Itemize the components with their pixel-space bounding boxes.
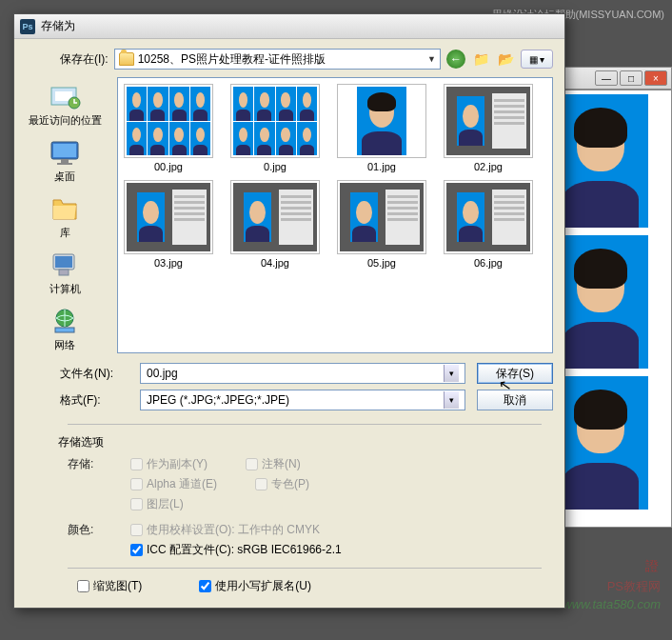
id-photo-preview bbox=[553, 94, 648, 228]
cancel-button[interactable]: 取消 bbox=[477, 390, 553, 410]
checkbox-spot: 专色(P) bbox=[255, 476, 309, 492]
up-one-level-button[interactable]: 📁 bbox=[471, 50, 490, 69]
background-window-controls: — □ × bbox=[548, 67, 672, 90]
thumbnail-label: 03.jpg bbox=[154, 257, 183, 269]
checkbox-alpha: Alpha 通道(E) bbox=[130, 476, 217, 492]
sidebar-item-network[interactable]: 网络 bbox=[48, 306, 82, 352]
thumbnail-image bbox=[337, 180, 426, 254]
photoshop-icon: Ps bbox=[20, 19, 35, 34]
file-browser[interactable]: 00.jpg0.jpg01.jpg02.jpg03.jpg04.jpg05.jp… bbox=[117, 77, 553, 353]
id-photo-preview bbox=[553, 235, 648, 369]
maximize-button[interactable]: □ bbox=[620, 70, 642, 86]
background-document-window: — □ × bbox=[548, 67, 672, 543]
format-label: 格式(F): bbox=[60, 392, 128, 409]
thumbnail-image bbox=[444, 180, 533, 254]
format-select[interactable]: JPEG (*.JPG;*.JPEG;*.JPE) ▾ bbox=[140, 390, 465, 410]
file-thumbnail[interactable]: 00.jpg bbox=[124, 84, 213, 172]
thumbnail-label: 02.jpg bbox=[474, 161, 503, 172]
sidebar-item-recent[interactable]: 最近访问的位置 bbox=[29, 81, 102, 128]
file-thumbnail[interactable]: 06.jpg bbox=[444, 180, 533, 269]
dialog-title: 存储为 bbox=[41, 18, 75, 34]
save-subheading: 存储: bbox=[68, 456, 121, 512]
places-sidebar: 最近访问的位置 桌面 库 计算机 网络 bbox=[22, 77, 108, 353]
thumbnail-image bbox=[230, 180, 320, 254]
svg-rect-5 bbox=[61, 159, 69, 163]
close-button[interactable]: × bbox=[644, 70, 667, 86]
thumbnail-label: 05.jpg bbox=[367, 257, 396, 269]
thumbnail-image bbox=[337, 84, 426, 158]
filename-input[interactable]: 00.jpg ▾ bbox=[140, 363, 465, 384]
filename-label: 文件名(N): bbox=[60, 366, 128, 382]
svg-rect-11 bbox=[55, 328, 74, 332]
view-menu-button[interactable]: ▦ ▾ bbox=[521, 50, 553, 69]
file-thumbnail[interactable]: 04.jpg bbox=[230, 180, 320, 269]
thumbnail-image bbox=[230, 84, 320, 158]
folder-location-combo[interactable]: 10258、PS照片处理教程-证件照排版 ▼ bbox=[114, 49, 441, 70]
thumbnail-label: 04.jpg bbox=[261, 257, 289, 269]
color-subheading: 颜色: bbox=[68, 522, 121, 558]
checkbox-lowercase-ext[interactable]: 使用小写扩展名(U) bbox=[199, 578, 311, 594]
checkbox-as-copy: 作为副本(Y) bbox=[130, 456, 208, 472]
thumbnail-image bbox=[124, 180, 213, 254]
sidebar-item-computer[interactable]: 计算机 bbox=[48, 250, 82, 296]
svg-rect-6 bbox=[57, 163, 72, 165]
watermark-bottom: 證 PS教程网 www.tata580.com bbox=[563, 519, 661, 611]
thumbnail-label: 06.jpg bbox=[474, 257, 503, 269]
checkbox-annotations: 注释(N) bbox=[246, 456, 301, 472]
svg-rect-8 bbox=[55, 256, 72, 268]
svg-rect-4 bbox=[53, 144, 76, 157]
save-options-heading: 存储选项 bbox=[58, 434, 542, 450]
new-folder-button[interactable]: 📂 bbox=[496, 50, 515, 69]
thumbnail-label: 0.jpg bbox=[264, 161, 287, 172]
chevron-down-icon[interactable]: ▾ bbox=[444, 391, 459, 409]
thumbnail-image bbox=[124, 84, 213, 158]
chevron-down-icon[interactable]: ▾ bbox=[444, 365, 459, 382]
thumbnail-label: 01.jpg bbox=[367, 161, 396, 172]
back-button[interactable]: ← bbox=[446, 50, 465, 69]
file-thumbnail[interactable]: 01.jpg bbox=[337, 84, 426, 172]
checkbox-icc-profile[interactable]: ICC 配置文件(C): sRGB IEC61966-2.1 bbox=[130, 542, 542, 558]
folder-icon bbox=[119, 52, 134, 66]
sidebar-item-libraries[interactable]: 库 bbox=[48, 193, 82, 240]
chevron-down-icon[interactable]: ▼ bbox=[427, 54, 436, 64]
sidebar-item-desktop[interactable]: 桌面 bbox=[48, 137, 82, 184]
thumbnail-image bbox=[444, 84, 533, 158]
checkbox-thumbnail[interactable]: 缩览图(T) bbox=[77, 578, 142, 594]
save-button[interactable]: 保存(S) bbox=[477, 363, 553, 384]
save-as-dialog: Ps 存储为 保存在(I): 10258、PS照片处理教程-证件照排版 ▼ ← … bbox=[13, 13, 565, 609]
svg-rect-9 bbox=[59, 270, 69, 275]
checkbox-layers: 图层(L) bbox=[130, 496, 184, 512]
save-in-label: 保存在(I): bbox=[60, 51, 109, 68]
id-photo-preview bbox=[553, 376, 648, 510]
dialog-title-bar[interactable]: Ps 存储为 bbox=[14, 14, 564, 39]
file-thumbnail[interactable]: 02.jpg bbox=[444, 84, 533, 172]
thumbnail-label: 00.jpg bbox=[154, 161, 183, 172]
file-thumbnail[interactable]: 0.jpg bbox=[230, 84, 320, 172]
file-thumbnail[interactable]: 03.jpg bbox=[124, 180, 213, 269]
background-canvas bbox=[548, 90, 672, 528]
folder-name: 10258、PS照片处理教程-证件照排版 bbox=[138, 51, 326, 68]
checkbox-proof-setup: 使用校样设置(O): 工作中的 CMYK bbox=[130, 522, 542, 538]
file-thumbnail[interactable]: 05.jpg bbox=[337, 180, 426, 269]
minimize-button[interactable]: — bbox=[595, 70, 618, 86]
